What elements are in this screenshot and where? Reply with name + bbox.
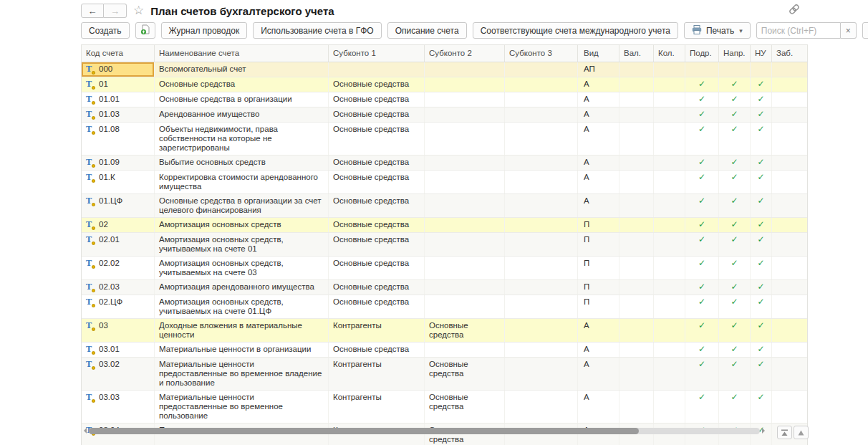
cell-kol[interactable] [654, 391, 685, 423]
scroll-list-up-button[interactable] [794, 426, 809, 439]
cell-sub1[interactable]: Основные средства [329, 257, 425, 279]
cell-kol[interactable] [654, 319, 685, 342]
table-row[interactable]: Т000Вспомогательный счетАП [82, 62, 807, 77]
cell-val[interactable] [619, 257, 654, 279]
cell-kol[interactable] [654, 295, 685, 318]
cell-name[interactable]: Амортизация основных средств [155, 218, 329, 232]
horizontal-scrollbar[interactable] [81, 426, 768, 435]
cell-code[interactable]: Т01.К [82, 171, 155, 193]
cell-val[interactable] [619, 358, 654, 390]
cell-nu[interactable]: ✓ [751, 107, 772, 122]
table-row[interactable]: Т03.01Материальные ценности в организаци… [82, 343, 807, 358]
favorite-star-icon[interactable]: ☆ [133, 4, 144, 18]
cell-zab[interactable] [772, 77, 808, 92]
cell-val[interactable] [619, 107, 654, 122]
cell-nu[interactable]: ✓ [751, 319, 772, 342]
cell-nu[interactable]: ✓ [751, 343, 772, 357]
cell-sub3[interactable] [505, 319, 578, 342]
cell-sub3[interactable] [505, 92, 578, 107]
table-row[interactable]: Т01.ККорректировка стоимости арендованно… [82, 171, 807, 194]
cell-zab[interactable] [772, 107, 808, 122]
cell-code[interactable]: Т01.03 [82, 107, 155, 122]
cell-nu[interactable]: ✓ [751, 358, 772, 390]
cell-sub3[interactable] [505, 218, 578, 232]
create-copy-button[interactable] [135, 22, 155, 39]
cell-nu[interactable]: ✓ [751, 233, 772, 256]
cell-code[interactable]: Т03.03 [82, 391, 155, 423]
cell-podr[interactable]: ✓ [685, 257, 719, 279]
cell-sub1[interactable]: Контрагенты [329, 358, 425, 390]
print-button[interactable]: Печать ▾ [684, 22, 751, 39]
cell-sub2[interactable] [425, 257, 505, 279]
table-row[interactable]: Т03.03Материальные ценности предоставлен… [82, 391, 807, 424]
cell-napr[interactable]: ✓ [719, 155, 751, 170]
table-row[interactable]: Т02.01Амортизация основных средств, учит… [82, 233, 807, 257]
cell-name[interactable]: Вспомогательный счет [155, 62, 329, 77]
cell-val[interactable] [619, 343, 654, 357]
get-link-icon[interactable] [789, 4, 800, 15]
scroll-left-arrow-icon[interactable] [81, 428, 87, 434]
cell-sub1[interactable]: Основные средства [329, 343, 425, 357]
cell-code[interactable]: Т02 [82, 218, 155, 232]
cell-sub2[interactable] [425, 280, 505, 295]
cell-code[interactable]: Т03.01 [82, 343, 155, 357]
usage-gfo-button[interactable]: Использование счета в ГФО [253, 22, 382, 39]
cell-code[interactable]: Т01.01 [82, 92, 155, 107]
cell-vid[interactable]: АП [578, 62, 619, 77]
cell-napr[interactable]: ✓ [719, 343, 751, 357]
cell-sub1[interactable]: Основные средства [329, 92, 425, 107]
cell-sub1[interactable]: Основные средства [329, 233, 425, 256]
cell-val[interactable] [619, 155, 654, 170]
cell-sub2[interactable]: Основные средства [425, 358, 505, 390]
cell-nu[interactable]: ✓ [751, 218, 772, 232]
cell-kol[interactable] [654, 194, 685, 217]
cell-name[interactable]: Амортизация арендованного имущества [155, 280, 329, 295]
cell-zab[interactable] [772, 391, 808, 423]
table-row[interactable]: Т02.03Амортизация арендованного имуществ… [82, 280, 807, 295]
cell-zab[interactable] [772, 194, 808, 217]
cell-kol[interactable] [654, 257, 685, 279]
cell-sub1[interactable]: Основные средства [329, 218, 425, 232]
cell-vid[interactable]: П [578, 233, 619, 256]
cell-zab[interactable] [772, 62, 808, 77]
cell-code[interactable]: Т01.08 [82, 123, 155, 155]
cell-name[interactable]: Выбытие основных средств [155, 155, 329, 170]
cell-sub2[interactable] [425, 92, 505, 107]
cell-vid[interactable]: А [578, 92, 619, 107]
cell-name[interactable]: Амортизация основных средств, учитываемы… [155, 295, 329, 318]
cell-code[interactable]: Т03 [82, 319, 155, 342]
go-to-list-top-button[interactable] [777, 426, 792, 439]
cell-sub1[interactable]: Контрагенты [329, 391, 425, 423]
create-button[interactable]: Создать [81, 22, 130, 39]
cell-name[interactable]: Арендованное имущество [155, 107, 329, 122]
cell-napr[interactable]: ✓ [719, 280, 751, 295]
table-row[interactable]: Т01Основные средстваОсновные средстваА✓✓… [82, 77, 807, 92]
cell-napr[interactable]: ✓ [719, 319, 751, 342]
cell-sub3[interactable] [505, 77, 578, 92]
table-row[interactable]: Т02.02Амортизация основных средств, учит… [82, 257, 807, 280]
column-header-kol[interactable]: Кол. [654, 45, 685, 62]
cell-vid[interactable]: А [578, 391, 619, 423]
cell-napr[interactable]: ✓ [719, 257, 751, 279]
cell-val[interactable] [619, 92, 654, 107]
cell-sub1[interactable]: Основные средства [329, 171, 425, 193]
cell-sub3[interactable] [505, 280, 578, 295]
table-row[interactable]: Т02Амортизация основных средствОсновные … [82, 218, 807, 233]
cell-napr[interactable]: ✓ [719, 171, 751, 193]
cell-kol[interactable] [654, 171, 685, 193]
cell-val[interactable] [619, 77, 654, 92]
cell-val[interactable] [619, 391, 654, 423]
cell-code[interactable]: Т02.03 [82, 280, 155, 295]
cell-val[interactable] [619, 171, 654, 193]
cell-kol[interactable] [654, 107, 685, 122]
cell-napr[interactable]: ✓ [719, 77, 751, 92]
cell-sub3[interactable] [505, 343, 578, 357]
cell-sub2[interactable] [425, 233, 505, 256]
cell-podr[interactable]: ✓ [685, 358, 719, 390]
cell-kol[interactable] [654, 123, 685, 155]
cell-sub2[interactable] [425, 194, 505, 217]
cell-podr[interactable]: ✓ [685, 280, 719, 295]
cell-vid[interactable]: П [578, 257, 619, 279]
cell-code[interactable]: Т01.ЦФ [82, 194, 155, 217]
table-row[interactable]: Т01.08Объекты недвижимости, права собств… [82, 123, 807, 155]
